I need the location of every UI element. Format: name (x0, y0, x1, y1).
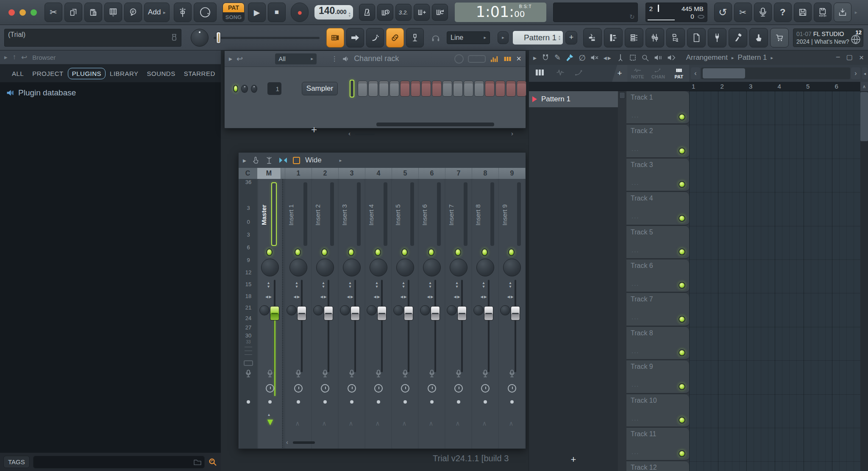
mute-dot[interactable] (484, 400, 487, 404)
follow-playback-button[interactable] (346, 28, 364, 47)
typing-keyboard-to-piano-button[interactable] (406, 28, 424, 47)
track-name[interactable]: Track 11 (631, 430, 656, 438)
mute-dot[interactable] (268, 400, 272, 404)
tools-button[interactable] (729, 28, 747, 47)
close-icon[interactable]: × (516, 54, 521, 64)
scroll-up-button[interactable]: ∧ (860, 82, 868, 91)
pan-knob[interactable] (476, 259, 494, 276)
chevron-right-icon[interactable]: › (511, 130, 513, 137)
dock-icon[interactable] (278, 157, 288, 164)
track-enable-led[interactable] (679, 349, 685, 356)
step-button[interactable] (517, 81, 526, 97)
browser-tab[interactable]: PLUGINS (68, 68, 106, 79)
fader-handle[interactable] (324, 306, 333, 321)
step-button[interactable] (474, 81, 484, 97)
channel-enable-led[interactable] (481, 248, 488, 256)
select-tool-icon[interactable] (629, 54, 637, 61)
mixer-insert-channel[interactable]: Insert 9 ▴▾ ◂▸ ∧ (499, 179, 525, 449)
minimize-icon[interactable]: – (836, 53, 840, 62)
channel-select-bar[interactable] (350, 80, 354, 98)
stereo-sep-stepper[interactable]: ▴▾ (349, 281, 351, 288)
tab-pat[interactable]: PAT (668, 65, 689, 82)
stereo-sep-stepper[interactable]: ▴▾ (296, 281, 298, 288)
route-up-icon[interactable]: ∧ (322, 420, 327, 427)
swing-knob[interactable] (454, 54, 464, 64)
latency-clock-icon[interactable] (294, 384, 303, 393)
graph-editor-icon[interactable] (490, 55, 499, 63)
route-up-icon[interactable]: ∧ (456, 420, 460, 427)
picker-scroll-handle[interactable] (619, 92, 625, 99)
search-icon[interactable] (208, 457, 217, 467)
track-options-dots[interactable]: ... (632, 179, 640, 186)
plugin-picker-button[interactable] (687, 28, 706, 47)
copy-button[interactable] (64, 3, 82, 22)
browser-tab[interactable]: ALL (8, 68, 28, 79)
mixer-insert-channel[interactable]: Insert 7 ▴▾ ◂▸ ∧ (445, 179, 471, 449)
rack-scrollbar-groove[interactable] (376, 123, 494, 126)
browser-tab[interactable]: PROJECT (28, 68, 68, 79)
step-button[interactable] (442, 81, 452, 97)
track-name[interactable]: Track 3 (631, 161, 653, 169)
breadcrumb-arrangement[interactable]: Arrangement (686, 53, 728, 62)
mixer-insert-channel[interactable]: Insert 2 ▴▾ ◂▸ ∧ (312, 179, 338, 449)
track-name[interactable]: Track 2 (631, 127, 653, 135)
track-name[interactable]: Track 1 (631, 94, 653, 101)
track-options-dots[interactable]: ... (632, 212, 640, 220)
view-color-icon[interactable] (293, 157, 300, 164)
stereo-sep-stepper[interactable]: ▴▾ (429, 281, 431, 288)
piano-roll-options-button[interactable] (104, 3, 122, 22)
master-volume-knob[interactable] (191, 29, 209, 47)
stereo-sep-stepper[interactable]: ▴▾ (456, 281, 458, 288)
record-button[interactable]: ● (291, 3, 309, 22)
pan-knob[interactable] (370, 259, 387, 276)
track-header[interactable]: Track 8 ... (626, 327, 689, 360)
add-pattern-button[interactable]: + (565, 31, 577, 45)
latency-clock-icon[interactable] (266, 384, 274, 393)
wait-for-input-button[interactable] (377, 4, 393, 21)
rack-horizontal-scroll[interactable]: ‹ › (348, 130, 518, 137)
channel-enable-led[interactable] (455, 248, 461, 256)
track-header[interactable]: Track 5 ... (626, 226, 689, 259)
mute-dot[interactable] (323, 400, 327, 404)
close-window-button[interactable] (8, 9, 15, 16)
stereo-sep-knob[interactable] (393, 305, 403, 315)
playlist-hscroll-groove[interactable] (701, 67, 850, 79)
pat-song-switch[interactable]: PAT SONG (223, 3, 245, 22)
slip-tool-icon[interactable]: ◂▸ (604, 54, 612, 62)
mixer-insert-channel[interactable]: Insert 8 ▴▾ ◂▸ ∧ (472, 179, 498, 449)
pan-knob[interactable] (396, 259, 414, 276)
latency-clock-icon[interactable] (374, 384, 383, 393)
export-button[interactable] (834, 3, 851, 22)
stereo-sep-knob[interactable] (287, 305, 297, 315)
track-options-dots[interactable]: ... (632, 313, 640, 321)
track-header[interactable]: Track 6 ... (626, 259, 689, 293)
cut-button[interactable]: ✂ (45, 3, 62, 22)
channel-enable-led[interactable] (401, 248, 408, 256)
channel-volume-knob[interactable] (251, 85, 257, 93)
help-button[interactable]: ? (774, 3, 792, 22)
track-enable-led[interactable] (679, 417, 685, 424)
track-options-dots[interactable]: ... (632, 111, 640, 119)
stereo-sep-stepper[interactable]: ▴▾ (403, 281, 405, 288)
playlist-window-button[interactable] (583, 28, 602, 47)
stereo-sep-stepper[interactable]: ▴▾ (323, 281, 325, 288)
pan-arrows[interactable]: ◂▸ (401, 293, 408, 300)
picker-audio-icon[interactable] (556, 68, 566, 77)
track-header[interactable]: Track 1 ... (626, 91, 689, 125)
pan-arrows[interactable]: ◂▸ (481, 293, 488, 300)
mute-dot[interactable] (457, 400, 460, 404)
step-button[interactable] (379, 81, 389, 97)
mute-dot[interactable] (403, 400, 407, 404)
record-arm-icon[interactable] (509, 370, 515, 378)
collapse-right-button[interactable]: ◂ (862, 67, 868, 79)
snap-magnet-icon[interactable] (541, 53, 550, 62)
stereo-sep-knob[interactable] (447, 305, 457, 315)
track-name[interactable]: Track 5 (631, 229, 653, 236)
route-up-icon[interactable]: ∧ (402, 420, 407, 427)
piano-roll-window-button[interactable] (604, 28, 623, 47)
main-auto-link-button[interactable] (386, 28, 404, 47)
minimize-window-button[interactable] (19, 9, 26, 16)
pattern-selector[interactable]: Pattern 1 ▴▾ (513, 31, 563, 45)
mute-dot[interactable] (247, 400, 250, 404)
browser-tab[interactable]: STARRED (180, 68, 220, 79)
